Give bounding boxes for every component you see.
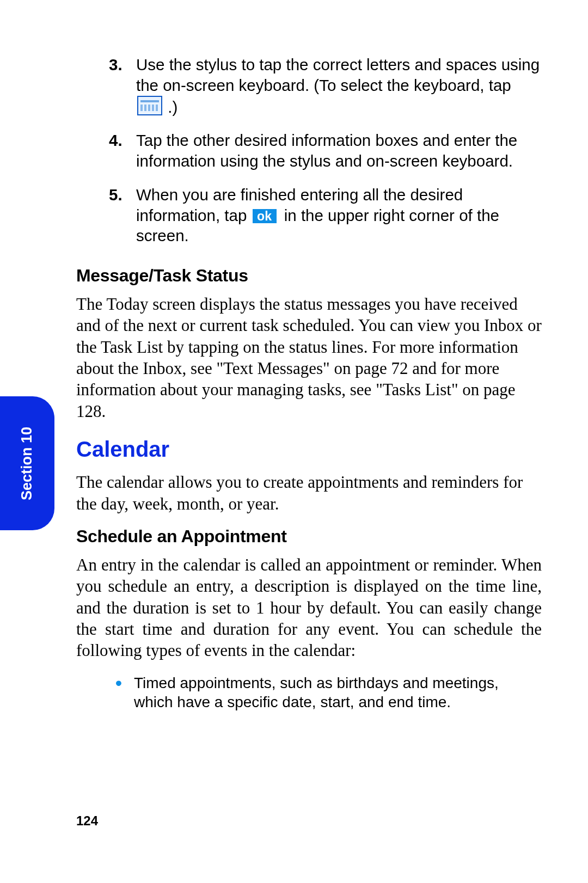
step-text-after: .) bbox=[163, 98, 177, 116]
heading-calendar: Calendar bbox=[76, 437, 542, 462]
page-number: 124 bbox=[76, 813, 98, 829]
event-types-list: Timed appointments, such as birthdays an… bbox=[76, 673, 542, 712]
step-text-before: Use the stylus to tap the correct letter… bbox=[136, 56, 540, 94]
step-3: 3. Use the stylus to tap the correct let… bbox=[109, 54, 542, 117]
section-side-tab: Section 10 bbox=[0, 396, 54, 530]
step-text: Tap the other desired information boxes … bbox=[136, 131, 517, 170]
heading-message-task-status: Message/Task Status bbox=[76, 266, 542, 286]
section-side-tab-label: Section 10 bbox=[19, 426, 36, 500]
calendar-intro: The calendar allows you to create appoin… bbox=[76, 471, 542, 514]
step-number: 5. bbox=[109, 185, 122, 205]
manual-page: Section 10 3. Use the stylus to tap the … bbox=[0, 0, 588, 883]
step-number: 4. bbox=[109, 130, 122, 151]
heading-schedule-appointment: Schedule an Appointment bbox=[76, 526, 542, 547]
bullet-text: Timed appointments, such as birthdays an… bbox=[134, 674, 499, 710]
keyboard-icon bbox=[137, 96, 162, 115]
step-5: 5. When you are finished entering all th… bbox=[109, 185, 542, 246]
step-number: 3. bbox=[109, 54, 122, 75]
numbered-steps-list: 3. Use the stylus to tap the correct let… bbox=[76, 54, 542, 246]
list-item: Timed appointments, such as birthdays an… bbox=[115, 673, 542, 712]
schedule-appointment-body: An entry in the calendar is called an ap… bbox=[76, 554, 542, 661]
ok-icon: ok bbox=[253, 209, 277, 223]
message-task-status-body: The Today screen displays the status mes… bbox=[76, 293, 542, 422]
step-4: 4. Tap the other desired information box… bbox=[109, 130, 542, 171]
